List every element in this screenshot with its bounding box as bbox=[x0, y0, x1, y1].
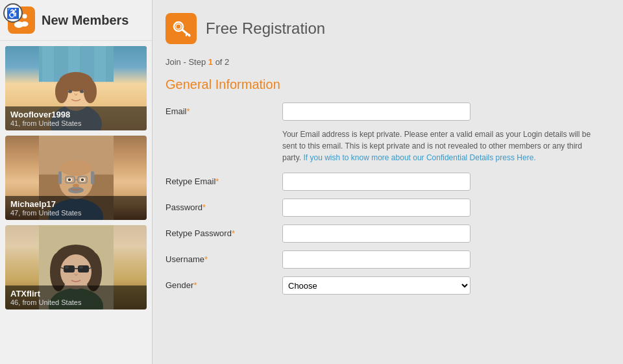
retype-email-group: Retype Email* bbox=[165, 173, 610, 191]
list-item[interactable]: Wooflover1998 41, from United States bbox=[5, 46, 147, 130]
member-name: Wooflover1998 bbox=[10, 110, 141, 119]
svg-point-1 bbox=[23, 14, 27, 19]
member-info: 41, from United States bbox=[10, 119, 141, 127]
email-input[interactable] bbox=[282, 103, 470, 121]
gender-label: Gender* bbox=[165, 276, 282, 290]
retype-password-label: Retype Password* bbox=[165, 224, 282, 238]
registration-icon-box bbox=[165, 13, 197, 44]
accessibility-icon: ♿ bbox=[6, 7, 19, 19]
username-label: Username* bbox=[165, 250, 282, 264]
username-group: Username* bbox=[165, 250, 610, 269]
svg-rect-22 bbox=[58, 171, 62, 184]
svg-point-15 bbox=[68, 90, 72, 93]
member-info: 47, from United States bbox=[10, 209, 141, 217]
password-input[interactable] bbox=[282, 199, 470, 217]
privacy-note: Your Email address is kept private. Plea… bbox=[282, 128, 600, 164]
svg-point-44 bbox=[65, 266, 69, 269]
member-name: Michaelp17 bbox=[10, 199, 141, 209]
main-content: Free Registration Join - Step 1 of 2 Gen… bbox=[153, 0, 623, 364]
list-item[interactable]: Michaelp17 47, from United States bbox=[5, 136, 147, 220]
list-item[interactable]: ATXflirt 46, from United States bbox=[5, 225, 147, 309]
sidebar-members-list: Wooflover1998 41, from United States bbox=[0, 41, 152, 364]
svg-rect-40 bbox=[78, 265, 89, 273]
svg-point-14 bbox=[84, 80, 97, 103]
member-overlay: Michaelp17 47, from United States bbox=[5, 196, 147, 220]
sidebar: New Members bbox=[0, 0, 153, 364]
svg-point-21 bbox=[60, 160, 92, 176]
email-label: Email* bbox=[165, 103, 282, 116]
password-group: Password* bbox=[165, 199, 610, 217]
registration-header: Free Registration bbox=[165, 13, 610, 44]
svg-point-47 bbox=[176, 24, 181, 29]
registration-title: Free Registration bbox=[206, 19, 325, 38]
retype-email-label: Retype Email* bbox=[165, 173, 282, 186]
gender-group: Gender* Choose Male Female Other bbox=[165, 276, 610, 295]
svg-point-32 bbox=[73, 184, 79, 188]
sidebar-title: New Members bbox=[42, 13, 129, 28]
accessibility-button[interactable]: ♿ bbox=[3, 3, 23, 23]
password-label: Password* bbox=[165, 199, 282, 212]
svg-point-3 bbox=[21, 21, 29, 27]
retype-email-input[interactable] bbox=[282, 173, 470, 191]
key-icon bbox=[171, 19, 191, 38]
svg-rect-23 bbox=[91, 171, 94, 184]
retype-password-input[interactable] bbox=[282, 224, 470, 243]
member-overlay: Wooflover1998 41, from United States bbox=[5, 106, 147, 130]
step-info: Join - Step 1 of 2 bbox=[165, 57, 610, 67]
svg-rect-39 bbox=[64, 265, 75, 273]
svg-point-45 bbox=[79, 266, 83, 269]
retype-password-group: Retype Password* bbox=[165, 224, 610, 243]
svg-point-27 bbox=[80, 178, 84, 181]
username-input[interactable] bbox=[282, 250, 470, 269]
sidebar-header: New Members bbox=[0, 0, 152, 41]
svg-point-16 bbox=[80, 90, 84, 93]
privacy-link[interactable]: If you wish to know more about our Confi… bbox=[303, 153, 535, 162]
gender-select[interactable]: Choose Male Female Other bbox=[282, 276, 470, 295]
section-title: General Information bbox=[165, 77, 610, 92]
member-info: 46, from United States bbox=[10, 298, 141, 306]
member-name: ATXflirt bbox=[10, 289, 141, 298]
svg-point-13 bbox=[55, 80, 68, 103]
svg-point-25 bbox=[67, 178, 71, 181]
member-overlay: ATXflirt 46, from United States bbox=[5, 285, 147, 309]
svg-rect-5 bbox=[42, 46, 54, 82]
email-group: Email* bbox=[165, 103, 610, 121]
svg-rect-9 bbox=[94, 46, 106, 82]
